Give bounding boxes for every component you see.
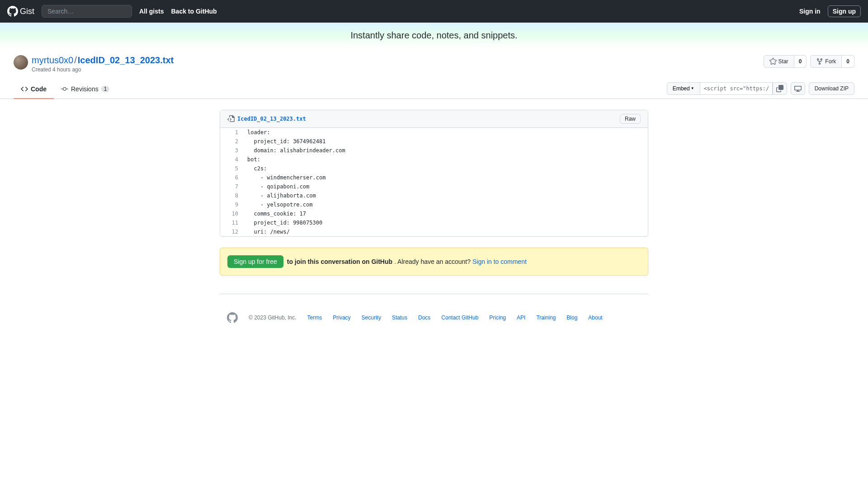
gist-meta: myrtus0x0/IcedID_02_13_2023.txt Created … <box>0 48 868 73</box>
footer-link-docs[interactable]: Docs <box>418 314 430 321</box>
line-content: c2s: <box>243 164 648 173</box>
header: Gist All gists Back to GitHub Sign in Si… <box>0 0 868 23</box>
nav-back-to-github[interactable]: Back to GitHub <box>171 8 217 15</box>
fork-button[interactable]: Fork <box>810 55 842 68</box>
code-line: 8 - alijhaborta.com <box>220 191 648 200</box>
code-line: 4bot: <box>220 155 648 164</box>
nav-all-gists[interactable]: All gists <box>139 8 164 15</box>
comment-cta: Sign up for free to join this conversati… <box>220 248 648 276</box>
code-line: 7 - qoipaboni.com <box>220 182 648 191</box>
desktop-icon <box>794 85 802 92</box>
tabs-row: Code Revisions 1 Embed ▼ Download ZIP <box>0 82 868 99</box>
tab-revisions-label: Revisions <box>71 85 99 93</box>
line-number[interactable]: 8 <box>220 191 243 200</box>
footer-link-status[interactable]: Status <box>392 314 407 321</box>
line-number[interactable]: 7 <box>220 182 243 191</box>
line-number[interactable]: 4 <box>220 155 243 164</box>
code-line: 11 project_id: 998075300 <box>220 218 648 227</box>
github-footer-icon[interactable] <box>227 312 238 323</box>
code-line: 12 uri: /news/ <box>220 227 648 236</box>
tab-code[interactable]: Code <box>14 82 54 99</box>
footer-link-pricing[interactable]: Pricing <box>489 314 506 321</box>
footer-link-api[interactable]: API <box>517 314 525 321</box>
line-number[interactable]: 1 <box>220 128 243 137</box>
line-number[interactable]: 9 <box>220 200 243 209</box>
footer-link-about[interactable]: About <box>588 314 602 321</box>
line-content: project_id: 998075300 <box>243 218 648 227</box>
line-content: domain: alishabrindeader.com <box>243 146 648 155</box>
line-number[interactable]: 2 <box>220 137 243 146</box>
line-content: bot: <box>243 155 648 164</box>
line-number[interactable]: 11 <box>220 218 243 227</box>
header-right: Sign in Sign up <box>799 5 861 17</box>
code-line: 5 c2s: <box>220 164 648 173</box>
title-separator: / <box>74 55 77 65</box>
avatar[interactable] <box>14 55 28 70</box>
footer-link-privacy[interactable]: Privacy <box>333 314 350 321</box>
gist-logo[interactable]: Gist <box>7 6 34 17</box>
logo-text: Gist <box>20 7 34 16</box>
signup-free-button[interactable]: Sign up for free <box>227 255 283 268</box>
author-link[interactable]: myrtus0x0 <box>32 55 73 65</box>
embed-dropdown[interactable]: Embed ▼ <box>667 82 700 95</box>
line-content: uri: /news/ <box>243 227 648 236</box>
filename-link[interactable]: IcedID_02_13_2023.txt <box>78 55 174 65</box>
tab-revisions[interactable]: Revisions 1 <box>54 82 117 99</box>
caret-down-icon: ▼ <box>691 86 694 90</box>
raw-button[interactable]: Raw <box>620 114 641 124</box>
nav-links: All gists Back to GitHub <box>139 8 217 15</box>
line-number[interactable]: 6 <box>220 173 243 182</box>
line-number[interactable]: 3 <box>220 146 243 155</box>
star-icon <box>769 58 777 65</box>
promo-banner: Instantly share code, notes, and snippet… <box>0 23 868 48</box>
line-number[interactable]: 12 <box>220 227 243 236</box>
copy-icon <box>776 85 783 92</box>
github-icon <box>7 6 18 17</box>
title-block: myrtus0x0/IcedID_02_13_2023.txt Created … <box>32 55 174 73</box>
signin-comment-link[interactable]: Sign in to comment <box>472 258 527 265</box>
signup-button[interactable]: Sign up <box>828 5 861 17</box>
footer: © 2023 GitHub, Inc. TermsPrivacySecurity… <box>220 294 648 341</box>
line-content: loader: <box>243 128 648 137</box>
search-input[interactable] <box>42 5 132 18</box>
copy-button[interactable] <box>773 82 787 95</box>
footer-link-contact-github[interactable]: Contact GitHub <box>441 314 478 321</box>
fork-count[interactable]: 0 <box>842 55 854 68</box>
footer-link-terms[interactable]: Terms <box>307 314 322 321</box>
fork-icon <box>816 58 823 65</box>
footer-link-blog[interactable]: Blog <box>566 314 577 321</box>
star-button[interactable]: Star <box>764 55 794 68</box>
revisions-count-badge: 1 <box>101 86 110 92</box>
embed-label: Embed <box>673 85 690 92</box>
code-line: 9 - yelsopotre.com <box>220 200 648 209</box>
fork-group: Fork 0 <box>810 55 854 68</box>
signin-link[interactable]: Sign in <box>799 8 821 15</box>
file-code-icon <box>227 115 235 122</box>
file-name-link[interactable]: IcedID_02_13_2023.txt <box>227 115 306 122</box>
cta-mid-text: . Already have an account? <box>394 258 471 265</box>
fork-label: Fork <box>825 58 836 65</box>
download-zip-link[interactable]: Download ZIP <box>809 82 854 95</box>
line-content: - windmencherser.com <box>243 173 648 182</box>
footer-link-security[interactable]: Security <box>362 314 381 321</box>
star-count[interactable]: 0 <box>794 55 807 68</box>
file-header: IcedID_02_13_2023.txt Raw <box>220 110 648 128</box>
code-icon <box>21 85 28 93</box>
code-line: 2 project_id: 3674962481 <box>220 137 648 146</box>
embed-group: Embed ▼ <box>667 82 787 95</box>
gist-title: myrtus0x0/IcedID_02_13_2023.txt <box>32 55 174 66</box>
line-number[interactable]: 10 <box>220 209 243 218</box>
embed-url-input[interactable] <box>700 82 773 95</box>
code-line: 6 - windmencherser.com <box>220 173 648 182</box>
tab-code-label: Code <box>31 85 47 93</box>
line-content: - alijhaborta.com <box>243 191 648 200</box>
tabs-right: Embed ▼ Download ZIP <box>667 82 854 99</box>
desktop-button[interactable] <box>791 82 805 95</box>
code-line: 10 comms_cookie: 17 <box>220 209 648 218</box>
code-body: 1loader:2 project_id: 36749624813 domain… <box>220 128 648 236</box>
line-number[interactable]: 5 <box>220 164 243 173</box>
footer-link-training[interactable]: Training <box>536 314 556 321</box>
revisions-icon <box>61 85 68 93</box>
file-box: IcedID_02_13_2023.txt Raw 1loader:2 proj… <box>220 110 648 237</box>
star-label: Star <box>778 58 788 65</box>
